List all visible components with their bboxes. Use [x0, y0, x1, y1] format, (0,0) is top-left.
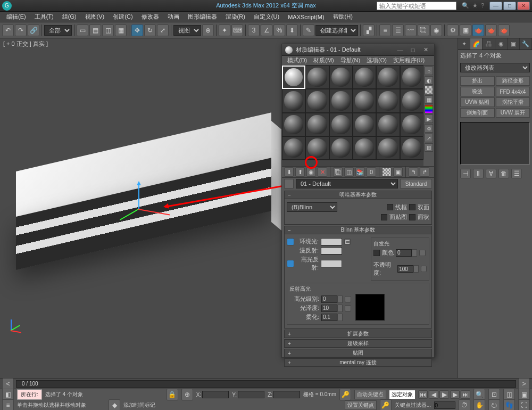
- menu-help[interactable]: 帮助(H): [329, 12, 357, 22]
- mod-ffd[interactable]: FFD 4x4x4: [496, 87, 530, 96]
- undo-button[interactable]: ↶: [2, 24, 14, 36]
- go-sibling-button[interactable]: ↱: [420, 167, 429, 177]
- nav-orbit-button[interactable]: ⭮: [488, 399, 500, 410]
- render-frame-button[interactable]: ▣: [460, 24, 471, 36]
- render-prod-button[interactable]: 🫖: [485, 24, 497, 36]
- me-close-button[interactable]: ✕: [420, 46, 431, 54]
- window-crossing-button[interactable]: ▦: [115, 24, 127, 36]
- sample-slot[interactable]: [305, 89, 329, 112]
- play-button[interactable]: ▶: [439, 390, 449, 399]
- sample-type-button[interactable]: ○: [425, 67, 433, 75]
- minimize-button[interactable]: —: [489, 2, 502, 10]
- opacity-spinner[interactable]: [397, 265, 413, 273]
- sample-slot[interactable]: [282, 113, 305, 136]
- assign-to-selection-button[interactable]: ◉: [306, 167, 316, 177]
- me-menu-utilities[interactable]: 实用程序(U): [390, 56, 428, 64]
- show-end-result-button[interactable]: ▣: [393, 167, 403, 177]
- select-name-button[interactable]: ▤: [89, 24, 101, 36]
- modifier-list-select[interactable]: 修改器列表: [460, 63, 530, 72]
- mod-pathdeform[interactable]: 路径变形: [496, 76, 530, 86]
- z-input[interactable]: [273, 391, 300, 398]
- sample-slot[interactable]: [353, 65, 376, 89]
- modifier-stack[interactable]: [460, 122, 530, 165]
- tab-hierarchy[interactable]: 品: [483, 38, 495, 50]
- me-minimize-button[interactable]: —: [395, 46, 405, 54]
- current-frame-input[interactable]: [434, 401, 455, 409]
- angle-snap-button[interactable]: ∠: [261, 24, 272, 36]
- get-material-button[interactable]: ⬇: [284, 167, 294, 177]
- sample-slot[interactable]: [400, 113, 423, 136]
- tab-motion[interactable]: ◉: [495, 38, 508, 50]
- menu-create[interactable]: 创建(C): [109, 12, 137, 22]
- material-editor-button[interactable]: ◉: [430, 24, 442, 36]
- specular-lock-icon[interactable]: [287, 260, 294, 267]
- select-by-mat-button[interactable]: ↗: [425, 134, 433, 142]
- sample-slot[interactable]: [282, 136, 305, 160]
- maxscript-button[interactable]: ≡: [2, 399, 14, 410]
- render-button[interactable]: 🫖: [472, 24, 484, 36]
- menu-modifiers[interactable]: 修改器: [137, 12, 163, 22]
- sample-slot[interactable]: [376, 113, 400, 136]
- me-maximize-button[interactable]: □: [408, 46, 418, 54]
- material-type-button[interactable]: Standard: [400, 179, 432, 188]
- remove-mod-button[interactable]: 🗑: [498, 169, 509, 178]
- me-menu-mode[interactable]: 模式(D): [284, 56, 310, 64]
- track-select-button[interactable]: ◧: [2, 389, 14, 400]
- tab-modify[interactable]: 🌈: [470, 38, 483, 50]
- maximize-button[interactable]: □: [503, 2, 516, 10]
- menu-render[interactable]: 渲染(R): [221, 12, 250, 22]
- rotate-button[interactable]: ↻: [144, 24, 156, 36]
- ambient-lock-button[interactable]: ⊏: [344, 239, 351, 245]
- ref-coord-select[interactable]: 视图: [173, 25, 201, 36]
- diffuse-swatch[interactable]: [321, 247, 342, 255]
- sample-slot[interactable]: [400, 89, 423, 112]
- sample-slot[interactable]: [305, 113, 329, 136]
- mod-bevelprofile[interactable]: 倒角剖面: [460, 108, 495, 118]
- sample-slot[interactable]: [282, 89, 305, 112]
- align-button[interactable]: ≡: [379, 24, 391, 36]
- sample-slot[interactable]: [329, 136, 353, 160]
- sample-slot[interactable]: [376, 65, 400, 89]
- redo-button[interactable]: ↷: [15, 24, 27, 36]
- mirror-button[interactable]: ▞: [363, 24, 375, 36]
- time-config-button[interactable]: ⏱: [459, 399, 470, 410]
- menu-grapheditors[interactable]: 图形编辑器: [184, 12, 221, 22]
- nav-pan-button[interactable]: ✋: [473, 399, 485, 410]
- pick-material-button[interactable]: [284, 179, 294, 188]
- goto-end-button[interactable]: ⏭: [461, 390, 470, 399]
- material-editor-titlebar[interactable]: 材质编辑器 - 01 - Default — □ ✕: [282, 44, 434, 56]
- search-input[interactable]: [377, 2, 456, 10]
- reset-map-button[interactable]: ✕: [318, 167, 327, 177]
- next-frame-button[interactable]: ▶: [450, 390, 460, 399]
- material-name-select[interactable]: 01 - Default: [296, 179, 398, 188]
- mod-turbosmooth[interactable]: 涡轮平滑: [496, 97, 530, 107]
- spinner-snap-button[interactable]: ⬍: [286, 24, 298, 36]
- help-icon[interactable]: 🔍: [462, 2, 469, 9]
- named-selection-select[interactable]: 创建选择集: [315, 25, 358, 36]
- put-to-scene-button[interactable]: ⬆: [295, 167, 305, 177]
- model-air-conditioner[interactable]: [16, 171, 271, 289]
- sample-slot[interactable]: [305, 65, 329, 89]
- sample-slot[interactable]: [329, 65, 353, 89]
- wire-check[interactable]: [387, 204, 393, 210]
- key-mode-button[interactable]: 🔑: [339, 389, 351, 400]
- fav-icon[interactable]: ★: [472, 2, 478, 9]
- sample-slot[interactable]: [353, 89, 376, 112]
- keyboard-button[interactable]: ⌨: [231, 24, 243, 36]
- x-input[interactable]: [202, 391, 229, 398]
- mod-noise[interactable]: 噪波: [460, 87, 495, 96]
- rollout-blinn-basic[interactable]: Blinn 基本参数: [284, 226, 432, 234]
- show-in-viewport-button[interactable]: [382, 167, 392, 177]
- glossiness-map-button[interactable]: [345, 305, 351, 311]
- opacity-map-button[interactable]: [421, 266, 427, 272]
- shader-select[interactable]: (B)Blinn: [287, 202, 337, 212]
- faceted-check[interactable]: [409, 214, 415, 220]
- selected-obj-display[interactable]: 选定对象: [389, 390, 415, 399]
- mod-extrude[interactable]: 挤出: [460, 76, 495, 86]
- close-button[interactable]: ✕: [517, 2, 530, 10]
- glossiness-spinner[interactable]: [321, 305, 337, 312]
- soften-spinner[interactable]: [321, 314, 337, 321]
- nav-maxview-button[interactable]: ⛶: [518, 399, 530, 410]
- menu-tools[interactable]: 工具(T): [30, 12, 58, 22]
- tab-display[interactable]: ▣: [508, 38, 520, 50]
